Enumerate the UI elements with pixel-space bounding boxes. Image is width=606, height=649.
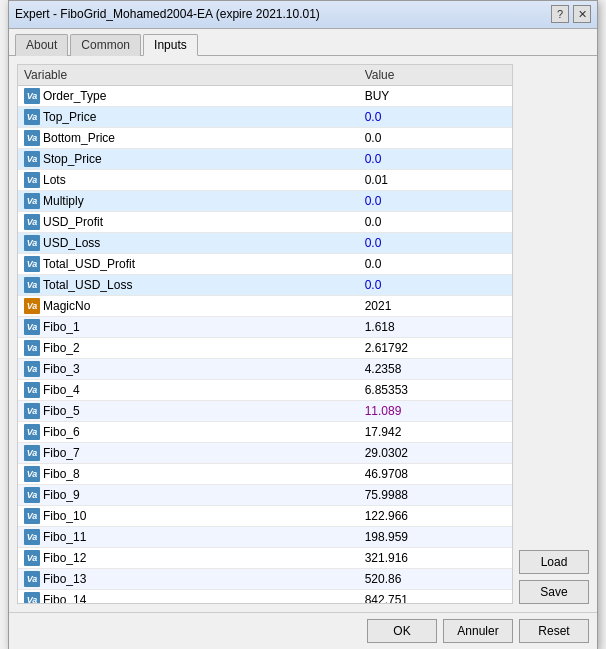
table-row[interactable]: VaTotal_USD_Profit0.0 bbox=[18, 253, 512, 274]
variable-cell: VaLots bbox=[18, 169, 359, 190]
variable-name: Fibo_10 bbox=[43, 509, 86, 523]
variable-cell: VaFibo_5 bbox=[18, 400, 359, 421]
table-row[interactable]: VaFibo_14842.751 bbox=[18, 589, 512, 604]
variable-icon: Va bbox=[24, 172, 40, 188]
value-cell: 0.0 bbox=[359, 106, 512, 127]
value-cell: 2.61792 bbox=[359, 337, 512, 358]
variable-name: Fibo_14 bbox=[43, 593, 86, 604]
table-row[interactable]: VaTotal_USD_Loss0.0 bbox=[18, 274, 512, 295]
variable-name: Fibo_13 bbox=[43, 572, 86, 586]
variable-name: Fibo_4 bbox=[43, 383, 80, 397]
variable-name: Fibo_11 bbox=[43, 530, 86, 544]
table-row[interactable]: VaFibo_11198.959 bbox=[18, 526, 512, 547]
value-cell: 1.618 bbox=[359, 316, 512, 337]
table-row[interactable]: VaUSD_Loss0.0 bbox=[18, 232, 512, 253]
variable-icon: Va bbox=[24, 403, 40, 419]
variable-cell: VaMultiply bbox=[18, 190, 359, 211]
variable-cell: VaFibo_9 bbox=[18, 484, 359, 505]
variable-icon: Va bbox=[24, 235, 40, 251]
variable-icon: Va bbox=[24, 256, 40, 272]
table-row[interactable]: VaFibo_13520.86 bbox=[18, 568, 512, 589]
variable-icon: Va bbox=[24, 88, 40, 104]
table-row[interactable]: VaFibo_11.618 bbox=[18, 316, 512, 337]
variable-icon: Va bbox=[24, 193, 40, 209]
variable-name: Fibo_3 bbox=[43, 362, 80, 376]
variable-cell: VaFibo_10 bbox=[18, 505, 359, 526]
value-cell: 0.01 bbox=[359, 169, 512, 190]
table-row[interactable]: VaTop_Price0.0 bbox=[18, 106, 512, 127]
annuler-button[interactable]: Annuler bbox=[443, 619, 513, 643]
variable-icon: Va bbox=[24, 424, 40, 440]
variable-name: Order_Type bbox=[43, 89, 106, 103]
variables-table: Variable Value VaOrder_TypeBUYVaTop_Pric… bbox=[18, 65, 512, 604]
close-button[interactable]: ✕ bbox=[573, 5, 591, 23]
title-bar-controls: ? ✕ bbox=[551, 5, 591, 23]
value-cell: 0.0 bbox=[359, 232, 512, 253]
variable-cell: VaFibo_7 bbox=[18, 442, 359, 463]
table-row[interactable]: VaFibo_10122.966 bbox=[18, 505, 512, 526]
variable-icon: Va bbox=[24, 109, 40, 125]
variable-icon: Va bbox=[24, 550, 40, 566]
value-cell: 0.0 bbox=[359, 253, 512, 274]
table-row[interactable]: VaLots0.01 bbox=[18, 169, 512, 190]
variable-cell: VaBottom_Price bbox=[18, 127, 359, 148]
footer: OK Annuler Reset bbox=[9, 612, 597, 649]
title-bar: Expert - FiboGrid_Mohamed2004-EA (expire… bbox=[9, 1, 597, 29]
value-cell: 520.86 bbox=[359, 568, 512, 589]
help-button[interactable]: ? bbox=[551, 5, 569, 23]
table-row[interactable]: VaFibo_12321.916 bbox=[18, 547, 512, 568]
value-cell: 17.942 bbox=[359, 421, 512, 442]
value-cell: 842.751 bbox=[359, 589, 512, 604]
table-row[interactable]: VaFibo_729.0302 bbox=[18, 442, 512, 463]
variable-icon: Va bbox=[24, 508, 40, 524]
variable-name: Total_USD_Loss bbox=[43, 278, 132, 292]
table-row[interactable]: VaFibo_846.9708 bbox=[18, 463, 512, 484]
save-button[interactable]: Save bbox=[519, 580, 589, 604]
variable-icon: Va bbox=[24, 382, 40, 398]
variable-name: Fibo_9 bbox=[43, 488, 80, 502]
table-row[interactable]: VaStop_Price0.0 bbox=[18, 148, 512, 169]
table-row[interactable]: VaFibo_617.942 bbox=[18, 421, 512, 442]
table-row[interactable]: VaMagicNo2021 bbox=[18, 295, 512, 316]
window-title: Expert - FiboGrid_Mohamed2004-EA (expire… bbox=[15, 7, 320, 21]
value-cell: 321.916 bbox=[359, 547, 512, 568]
variable-name: Fibo_2 bbox=[43, 341, 80, 355]
variable-icon: Va bbox=[24, 214, 40, 230]
value-cell: 46.9708 bbox=[359, 463, 512, 484]
variable-cell: VaTop_Price bbox=[18, 106, 359, 127]
tab-inputs[interactable]: Inputs bbox=[143, 34, 198, 56]
table-row[interactable]: VaMultiply0.0 bbox=[18, 190, 512, 211]
variable-cell: VaFibo_1 bbox=[18, 316, 359, 337]
reset-button[interactable]: Reset bbox=[519, 619, 589, 643]
variable-name: Multiply bbox=[43, 194, 84, 208]
value-cell: 11.089 bbox=[359, 400, 512, 421]
table-row[interactable]: VaOrder_TypeBUY bbox=[18, 85, 512, 106]
variable-cell: VaFibo_8 bbox=[18, 463, 359, 484]
table-row[interactable]: VaFibo_46.85353 bbox=[18, 379, 512, 400]
variable-name: Fibo_8 bbox=[43, 467, 80, 481]
ok-button[interactable]: OK bbox=[367, 619, 437, 643]
table-row[interactable]: VaUSD_Profit0.0 bbox=[18, 211, 512, 232]
variable-cell: VaFibo_11 bbox=[18, 526, 359, 547]
load-button[interactable]: Load bbox=[519, 550, 589, 574]
variable-icon: Va bbox=[24, 340, 40, 356]
variable-icon: Va bbox=[24, 319, 40, 335]
variable-icon: Va bbox=[24, 151, 40, 167]
value-cell: 0.0 bbox=[359, 274, 512, 295]
variable-cell: VaFibo_2 bbox=[18, 337, 359, 358]
value-cell: 75.9988 bbox=[359, 484, 512, 505]
table-row[interactable]: VaBottom_Price0.0 bbox=[18, 127, 512, 148]
variable-name: MagicNo bbox=[43, 299, 90, 313]
variable-cell: VaFibo_3 bbox=[18, 358, 359, 379]
variables-table-container: Variable Value VaOrder_TypeBUYVaTop_Pric… bbox=[17, 64, 513, 604]
variable-icon: Va bbox=[24, 361, 40, 377]
table-row[interactable]: VaFibo_34.2358 bbox=[18, 358, 512, 379]
table-row[interactable]: VaFibo_511.089 bbox=[18, 400, 512, 421]
col-variable: Variable bbox=[18, 65, 359, 86]
table-row[interactable]: VaFibo_975.9988 bbox=[18, 484, 512, 505]
variable-icon: Va bbox=[24, 571, 40, 587]
table-row[interactable]: VaFibo_22.61792 bbox=[18, 337, 512, 358]
tab-about[interactable]: About bbox=[15, 34, 68, 56]
variable-name: Fibo_6 bbox=[43, 425, 80, 439]
tab-common[interactable]: Common bbox=[70, 34, 141, 56]
